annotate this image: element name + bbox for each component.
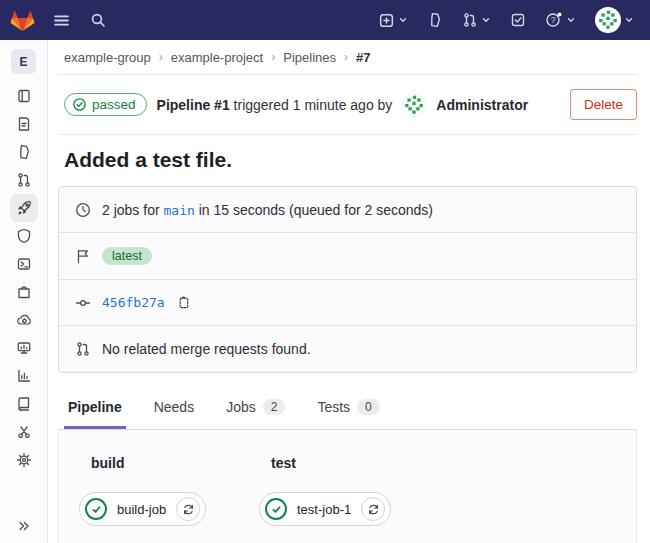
pipeline-status-badge: passed xyxy=(64,93,147,116)
job-passed-icon xyxy=(265,498,287,520)
tab-needs[interactable]: Needs xyxy=(150,391,198,429)
breadcrumb: example-group › example-project › Pipeli… xyxy=(58,40,637,75)
merge-requests-dropdown[interactable] xyxy=(458,8,495,32)
flag-icon xyxy=(75,248,91,264)
pipeline-tabs: Pipeline Needs Jobs2 Tests0 xyxy=(58,391,637,430)
commit-title: Added a test file. xyxy=(58,135,637,186)
job-passed-icon xyxy=(85,498,107,520)
help-dropdown[interactable]: ? xyxy=(541,7,580,33)
shield-icon xyxy=(16,228,32,244)
commit-icon xyxy=(75,295,91,311)
triggerer-name[interactable]: Administrator xyxy=(436,97,528,113)
scissors-icon xyxy=(16,424,32,440)
breadcrumb-current-pipeline: #7 xyxy=(356,50,370,65)
sidebar-item-project-information[interactable] xyxy=(10,82,38,110)
pipeline-info-box: 2 jobs for main in 15 seconds (queued fo… xyxy=(58,186,637,373)
breadcrumb-separator: › xyxy=(271,50,275,64)
avatar xyxy=(595,7,621,33)
delete-pipeline-button[interactable]: Delete xyxy=(570,89,637,120)
related-mr-row: No related merge requests found. xyxy=(59,326,636,372)
related-mr-text: No related merge requests found. xyxy=(102,341,311,357)
sidebar-item-deployments[interactable] xyxy=(10,250,38,278)
latest-badge: latest xyxy=(102,247,152,265)
retry-job-icon[interactable] xyxy=(176,497,200,521)
breadcrumb-separator: › xyxy=(344,50,348,64)
sidebar-item-security[interactable] xyxy=(10,222,38,250)
retry-job-icon[interactable] xyxy=(361,497,385,521)
svg-text:?: ? xyxy=(551,15,556,25)
jobs-duration-text: 2 jobs for main in 15 seconds (queued fo… xyxy=(102,202,433,218)
sidebar-item-repository[interactable] xyxy=(10,110,38,138)
job-name: test-job-1 xyxy=(297,502,351,517)
tests-count-badge: 0 xyxy=(357,399,380,415)
gear-icon xyxy=(16,452,32,468)
sidebar-item-packages[interactable] xyxy=(10,278,38,306)
clock-icon xyxy=(75,202,91,218)
collapse-sidebar-button[interactable] xyxy=(0,519,48,533)
tab-tests[interactable]: Tests0 xyxy=(313,391,383,429)
search-icon[interactable] xyxy=(86,8,110,32)
stage-title: test xyxy=(271,455,439,471)
pipeline-status-row: passed Pipeline #1 triggered 1 minute ag… xyxy=(58,75,637,135)
gitlab-logo-icon[interactable] xyxy=(10,9,35,32)
user-avatar-menu[interactable] xyxy=(591,3,638,37)
copy-commit-sha-icon[interactable] xyxy=(176,295,191,310)
stage-build: build build-job xyxy=(79,455,259,525)
chevrons-right-icon xyxy=(17,519,31,533)
sidebar-item-snippets[interactable] xyxy=(10,418,38,446)
todos-icon[interactable] xyxy=(506,8,530,32)
sidebar-item-wiki[interactable] xyxy=(10,390,38,418)
tab-pipeline[interactable]: Pipeline xyxy=(64,391,126,429)
hamburger-menu-icon[interactable] xyxy=(49,8,74,33)
top-navigation-bar: ? xyxy=(0,0,650,40)
project-avatar[interactable]: E xyxy=(11,49,36,74)
job-test-job-1[interactable]: test-job-1 xyxy=(259,492,391,526)
breadcrumb-pipelines-link[interactable]: Pipelines xyxy=(283,50,336,65)
stage-test: test test-job-1 xyxy=(259,455,439,525)
commit-sha-link[interactable]: 456fb27a xyxy=(102,295,165,310)
pipeline-graph: build build-job test test- xyxy=(58,430,637,543)
breadcrumb-group-link[interactable]: example-group xyxy=(64,50,151,65)
tab-jobs[interactable]: Jobs2 xyxy=(222,391,289,429)
chevron-down-icon xyxy=(566,15,576,25)
sidebar-item-infrastructure[interactable] xyxy=(10,306,38,334)
new-item-dropdown[interactable] xyxy=(374,8,412,33)
pipeline-trigger-text: Pipeline #1 triggered 1 minute ago by xyxy=(157,97,393,113)
sidebar-item-analytics[interactable] xyxy=(10,362,38,390)
sidebar-item-cicd[interactable] xyxy=(10,194,38,222)
sidebar-item-monitor[interactable] xyxy=(10,334,38,362)
chevron-down-icon xyxy=(624,15,634,25)
job-build-job[interactable]: build-job xyxy=(79,492,206,526)
project-sidebar: E xyxy=(0,40,48,543)
check-circle-icon xyxy=(72,97,87,112)
sidebar-item-merge-requests[interactable] xyxy=(10,166,38,194)
main-content: example-group › example-project › Pipeli… xyxy=(48,40,650,543)
triggerer-avatar[interactable] xyxy=(402,93,426,117)
breadcrumb-separator: › xyxy=(159,50,163,64)
stage-title: build xyxy=(91,455,259,471)
commit-sha-row: 456fb27a xyxy=(59,280,636,326)
jobs-duration-row: 2 jobs for main in 15 seconds (queued fo… xyxy=(59,187,636,233)
latest-badge-row: latest xyxy=(59,233,636,280)
chevron-down-icon xyxy=(481,15,491,25)
breadcrumb-project-link[interactable]: example-project xyxy=(171,50,264,65)
jobs-count-badge: 2 xyxy=(263,399,286,415)
branch-link[interactable]: main xyxy=(163,203,194,218)
issues-icon[interactable] xyxy=(423,8,447,32)
rocket-icon xyxy=(16,200,32,216)
sidebar-item-settings[interactable] xyxy=(10,446,38,474)
sidebar-item-issues[interactable] xyxy=(10,138,38,166)
merge-request-icon xyxy=(75,341,91,357)
job-name: build-job xyxy=(117,502,166,517)
chevron-down-icon xyxy=(398,15,408,25)
